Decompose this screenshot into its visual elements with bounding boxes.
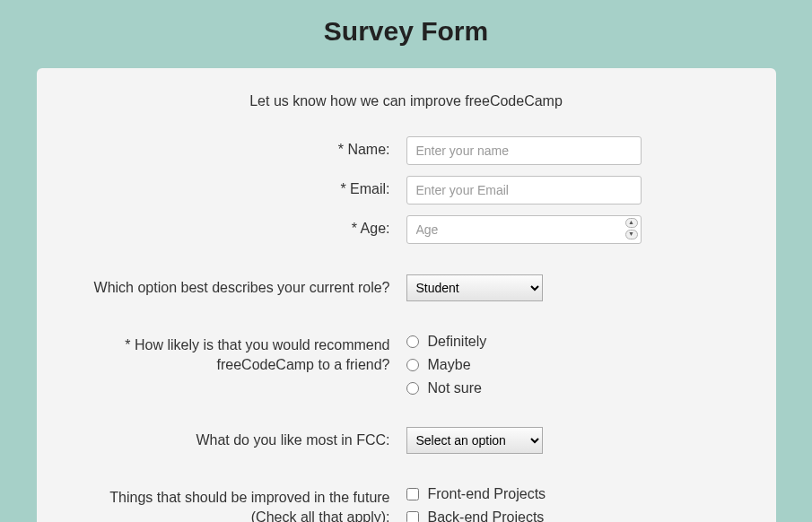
row-name: * Name: [73, 136, 740, 165]
recommend-label: * How likely is that you would recommend… [73, 332, 406, 376]
radio-label: Definitely [428, 334, 487, 350]
radio-label: Maybe [428, 357, 471, 373]
page-title: Survey Form [0, 0, 812, 68]
email-input[interactable] [406, 176, 642, 204]
age-step-down[interactable]: ▼ [625, 230, 638, 239]
row-like-most: What do you like most in FCC: Select an … [73, 427, 740, 454]
improve-option-backend[interactable]: Back-end Projects [406, 509, 740, 522]
role-select[interactable]: Student [406, 274, 543, 301]
recommend-option-maybe[interactable]: Maybe [406, 357, 740, 373]
role-label: Which option best describes your current… [73, 274, 406, 298]
radio-label: Not sure [428, 380, 482, 396]
name-input[interactable] [406, 136, 642, 165]
like-most-label: What do you like most in FCC: [73, 427, 406, 450]
radio-not-sure[interactable] [406, 382, 419, 395]
row-improve: Things that should be improved in the fu… [73, 484, 740, 522]
improve-label: Things that should be improved in the fu… [73, 484, 406, 522]
age-spinner: ▲ ▼ [625, 218, 638, 239]
age-label: * Age: [73, 215, 406, 239]
email-label: * Email: [73, 176, 406, 199]
like-most-select[interactable]: Select an option [406, 427, 543, 454]
row-email: * Email: [73, 176, 740, 204]
age-input[interactable] [406, 215, 642, 244]
age-step-up[interactable]: ▲ [625, 218, 638, 228]
recommend-option-not-sure[interactable]: Not sure [406, 380, 740, 396]
survey-card: Let us know how we can improve freeCodeC… [37, 68, 776, 522]
row-role: Which option best describes your current… [73, 274, 740, 301]
subtitle: Let us know how we can improve freeCodeC… [73, 93, 740, 109]
radio-definitely[interactable] [406, 335, 419, 348]
radio-maybe[interactable] [406, 359, 419, 371]
checkbox-backend[interactable] [406, 511, 419, 522]
improve-option-frontend[interactable]: Front-end Projects [406, 486, 740, 502]
name-label: * Name: [73, 136, 406, 160]
checkbox-label: Front-end Projects [428, 486, 546, 502]
row-recommend: * How likely is that you would recommend… [73, 332, 740, 396]
checkbox-label: Back-end Projects [428, 509, 545, 522]
recommend-option-definitely[interactable]: Definitely [406, 334, 740, 350]
checkbox-frontend[interactable] [406, 488, 419, 500]
row-age: * Age: ▲ ▼ [73, 215, 740, 244]
